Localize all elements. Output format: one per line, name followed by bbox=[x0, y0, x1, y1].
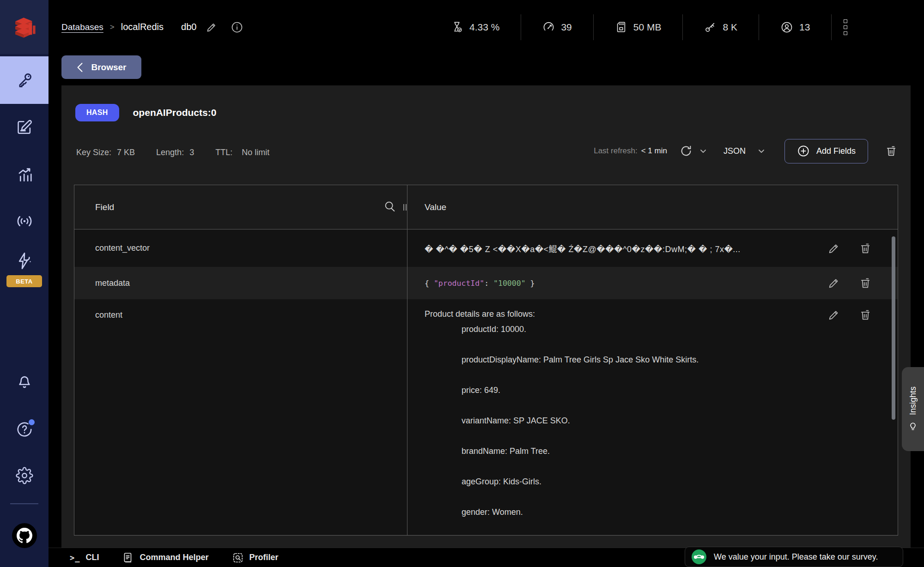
delete-field-icon[interactable] bbox=[859, 308, 872, 321]
edit-alias-icon[interactable] bbox=[206, 21, 218, 33]
key-size-value: 7 KB bbox=[117, 148, 135, 157]
survey-text: We value your input. Please take our sur… bbox=[714, 552, 878, 562]
stat-keys-value: 8 K bbox=[723, 22, 737, 33]
hourglass-icon bbox=[451, 21, 463, 33]
insights-tab[interactable]: Insights bbox=[902, 367, 924, 451]
refresh-options-chevron-icon[interactable] bbox=[699, 147, 707, 155]
key-controls: Last refresh: < 1 min JSON Add Fields bbox=[594, 138, 898, 164]
redisinsight-window: BETA bbox=[0, 0, 924, 567]
refresh-icon[interactable] bbox=[679, 144, 693, 158]
field-name: metadata bbox=[95, 267, 130, 299]
bell-icon bbox=[16, 374, 33, 391]
sidebar-item-notifications[interactable] bbox=[0, 364, 49, 401]
key-name: openAIProducts:0 bbox=[133, 107, 217, 118]
breadcrumb-db-name: localRedis bbox=[121, 22, 164, 32]
chevron-down-icon bbox=[758, 147, 765, 155]
column-divider bbox=[407, 185, 407, 535]
notification-dot bbox=[29, 419, 35, 425]
stat-divider bbox=[831, 14, 832, 40]
field-column-header: Field bbox=[95, 185, 114, 229]
terminal-icon: >_ bbox=[70, 553, 80, 562]
json-open-brace: { bbox=[425, 279, 434, 288]
stat-clients-value: 13 bbox=[799, 22, 810, 33]
key-type-badge: HASH bbox=[75, 104, 119, 121]
breadcrumb-separator: > bbox=[110, 23, 115, 32]
help-icon bbox=[16, 421, 33, 438]
table-scrollbar[interactable] bbox=[892, 236, 895, 420]
sidebar-item-pubsub[interactable] bbox=[0, 201, 49, 241]
table-row: content_vector � �^� �5� Z <��Χ�a�<鯤� Ź�… bbox=[74, 229, 898, 267]
sidebar-item-browser[interactable] bbox=[0, 56, 49, 104]
document-icon bbox=[122, 552, 134, 564]
db-index-label: db0 bbox=[181, 22, 196, 32]
user-icon bbox=[780, 21, 793, 34]
sidebar-item-workbench[interactable] bbox=[0, 108, 49, 147]
breadcrumb-databases-link[interactable]: Databases bbox=[61, 22, 103, 32]
pubsub-icon bbox=[15, 212, 34, 230]
stat-cpu-value: 4.33 % bbox=[469, 22, 499, 33]
value-column-header: Value bbox=[425, 185, 446, 229]
survey-banner[interactable]: We value your input. Please take our sur… bbox=[685, 547, 903, 567]
fields-table: Field Value content_vector � �^� �5� Z <… bbox=[74, 185, 898, 536]
sidebar-divider bbox=[10, 503, 38, 504]
column-resize-handle[interactable] bbox=[403, 204, 407, 211]
profiler-label: Profiler bbox=[249, 553, 279, 562]
key-info-row: Key Size: 7 KB Length: 3 TTL: No limit bbox=[76, 143, 269, 162]
format-selected-value: JSON bbox=[723, 146, 746, 156]
stat-commands-value: 39 bbox=[561, 22, 571, 33]
sidebar-item-help[interactable] bbox=[0, 411, 49, 448]
survey-monkey-icon bbox=[692, 549, 706, 564]
cli-label: CLI bbox=[85, 553, 99, 562]
gauge-icon bbox=[542, 21, 555, 33]
format-select[interactable]: JSON bbox=[723, 146, 765, 156]
delete-field-icon[interactable] bbox=[859, 242, 872, 255]
memory-card-icon bbox=[615, 21, 627, 33]
edit-field-icon[interactable] bbox=[827, 277, 840, 290]
redis-logo[interactable] bbox=[0, 0, 49, 54]
delete-key-icon[interactable] bbox=[885, 145, 898, 157]
breadcrumb: Databases > localRedis db0 bbox=[61, 0, 243, 54]
chevron-left-icon bbox=[76, 62, 84, 72]
lightning-icon bbox=[15, 252, 34, 270]
add-fields-label: Add Fields bbox=[816, 146, 856, 156]
sidebar-item-settings[interactable] bbox=[0, 457, 49, 494]
command-helper-button[interactable]: Command Helper bbox=[122, 552, 208, 564]
sidebar: BETA bbox=[0, 0, 49, 567]
sidebar-item-analysis[interactable] bbox=[0, 155, 49, 195]
field-value[interactable]: Product details are as follows: productI… bbox=[425, 299, 828, 520]
plus-circle-icon bbox=[797, 145, 810, 157]
cli-button[interactable]: >_ CLI bbox=[70, 553, 99, 562]
key-header: HASH openAIProducts:0 bbox=[75, 104, 216, 121]
sidebar-item-triggers-functions[interactable] bbox=[0, 245, 49, 277]
length-label: Length: bbox=[156, 148, 184, 157]
browser-button-label: Browser bbox=[91, 62, 126, 72]
table-row: content Product details are as follows: … bbox=[74, 299, 898, 535]
info-icon[interactable] bbox=[231, 21, 243, 34]
gear-icon bbox=[16, 467, 33, 484]
json-key: "productId" bbox=[434, 279, 484, 288]
field-value[interactable]: { "productId": "10000" } bbox=[425, 267, 828, 299]
field-value[interactable]: � �^� �5� Z <��Χ�a�<鯤� Ź�Z@���^0�z��:DwM… bbox=[425, 242, 741, 254]
add-fields-button[interactable]: Add Fields bbox=[784, 139, 868, 163]
insights-label: Insights bbox=[908, 386, 918, 415]
json-close-brace: } bbox=[526, 279, 535, 288]
sidebar-item-github[interactable] bbox=[0, 517, 49, 554]
key-details-panel: HASH openAIProducts:0 Key Size: 7 KB Len… bbox=[61, 85, 911, 548]
overflow-menu-icon[interactable] bbox=[844, 19, 847, 35]
table-row: metadata { "productId": "10000" } bbox=[74, 267, 898, 299]
field-name: content_vector bbox=[95, 229, 150, 267]
profiler-icon bbox=[232, 552, 244, 564]
delete-field-icon[interactable] bbox=[859, 277, 872, 290]
ttl-value[interactable]: No limit bbox=[242, 148, 269, 157]
stat-keys: 8 K bbox=[683, 21, 759, 33]
redis-logo-icon bbox=[11, 14, 38, 41]
search-icon[interactable] bbox=[383, 199, 397, 213]
command-helper-label: Command Helper bbox=[140, 553, 208, 562]
profiler-button[interactable]: Profiler bbox=[232, 552, 279, 564]
stat-memory-value: 50 MB bbox=[633, 22, 662, 33]
back-to-browser-button[interactable]: Browser bbox=[61, 55, 141, 79]
stat-clients: 13 bbox=[759, 21, 831, 34]
edit-field-icon[interactable] bbox=[827, 242, 840, 255]
json-colon: : bbox=[484, 279, 493, 288]
edit-field-icon[interactable] bbox=[827, 308, 840, 321]
